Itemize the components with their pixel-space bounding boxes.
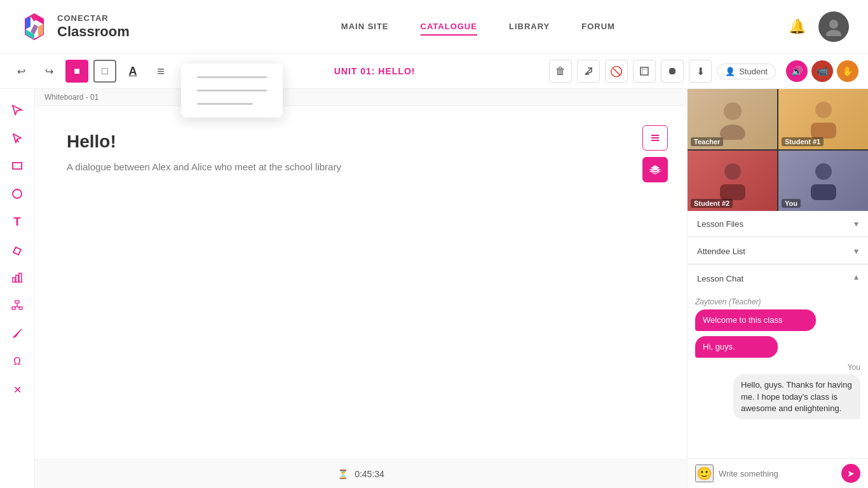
slide-subtitle: A dialogue between Alex and Alice who me… — [67, 161, 655, 172]
teacher-label: Teacher — [691, 137, 723, 146]
svg-point-30 — [720, 125, 745, 140]
align-line-3[interactable] — [197, 103, 253, 105]
panel-sections: Lesson Files ▾ Attendee List ▾ Lesson Ch… — [688, 211, 868, 488]
svg-rect-15 — [16, 275, 18, 282]
chat-you-label: You — [848, 363, 860, 372]
media-buttons: 🔊 📹 ✋ — [786, 60, 858, 82]
timer-value: 0:45:34 — [355, 469, 384, 479]
slide-icons — [642, 125, 668, 182]
chat-bubble-you: Hello, guys. Thanks for having me. I hop… — [733, 374, 860, 419]
text-color-button[interactable]: A — [121, 60, 144, 83]
nav-right: 🔔 — [789, 11, 849, 42]
attendee-list-header[interactable]: Attendee List ▾ — [688, 238, 868, 264]
undo-button[interactable]: ↩ — [10, 60, 32, 83]
you-label: You — [782, 199, 801, 208]
student1-label: Student #1 — [782, 137, 824, 146]
video-student1[interactable]: Student #1 — [778, 89, 868, 149]
logo-area: CONECTAR Classroom — [19, 11, 130, 42]
whiteboard[interactable]: Hello! A dialogue between Alex and Alice… — [35, 106, 687, 459]
video-you[interactable]: You — [778, 151, 868, 211]
svg-point-33 — [724, 163, 741, 180]
text-tool[interactable]: T — [6, 210, 29, 233]
cursor-tool[interactable] — [6, 126, 29, 149]
crop-icon — [639, 65, 650, 77]
lesson-chat-chevron: ▾ — [854, 273, 858, 283]
eraser-tool[interactable] — [6, 238, 29, 261]
video-teacher[interactable]: Teacher — [688, 89, 777, 149]
download-button[interactable]: ⬇ — [689, 60, 712, 83]
brand-name2: Classroom — [57, 24, 130, 40]
pen-tool[interactable] — [6, 322, 29, 345]
chat-sender-name: Zaytoven (Teacher) — [695, 297, 860, 306]
timer-icon: ⏳ — [337, 469, 348, 479]
svg-marker-10 — [13, 134, 21, 142]
org-chart-tool[interactable] — [6, 294, 29, 317]
svg-marker-28 — [651, 172, 660, 174]
arrow-tool[interactable] — [6, 98, 29, 121]
svg-rect-12 — [13, 163, 22, 169]
video-button[interactable]: 📹 — [811, 60, 833, 82]
record-button[interactable]: ⏺ — [661, 60, 684, 83]
lesson-files-chevron: ▾ — [854, 219, 858, 229]
redo-button[interactable]: ↪ — [37, 60, 60, 83]
lesson-chat-header[interactable]: Lesson Chat ▾ — [688, 266, 868, 291]
svg-rect-14 — [13, 278, 15, 282]
slide-title: Hello! — [67, 132, 655, 152]
user-avatar[interactable] — [818, 11, 849, 42]
delete-button[interactable]: 🗑 — [549, 60, 572, 83]
video-student2[interactable]: Student #2 — [688, 151, 777, 211]
slide-content: Hello! A dialogue between Alex and Alice… — [35, 106, 687, 198]
attendee-list-title: Attendee List — [697, 247, 745, 256]
svg-rect-36 — [811, 184, 836, 200]
student-label: Student — [739, 67, 768, 76]
svg-rect-34 — [720, 184, 745, 200]
lesson-files-header[interactable]: Lesson Files ▾ — [688, 211, 868, 236]
svg-line-11 — [17, 139, 18, 142]
slide-layers-icon[interactable] — [642, 157, 668, 182]
rectangle-tool[interactable] — [6, 154, 29, 177]
svg-point-2 — [826, 30, 841, 36]
student2-label: Student #2 — [691, 199, 733, 208]
align-line-1[interactable] — [197, 76, 267, 78]
square-outline-button[interactable]: □ — [93, 60, 116, 83]
align-button[interactable]: ≡ — [149, 60, 172, 83]
nav-forum[interactable]: FORUM — [581, 18, 615, 36]
main-area: T Ω ✕ — [0, 89, 868, 488]
svg-point-35 — [815, 163, 832, 180]
chat-you-container: You Hello, guys. Thanks for having me. I… — [695, 363, 860, 424]
whiteboard-container: Whiteboard - 01 Hello! A dialogue betwee… — [35, 89, 687, 488]
hand-raise-button[interactable]: ✋ — [837, 60, 858, 82]
bar-chart-tool[interactable] — [6, 266, 29, 289]
nav-library[interactable]: LIBRARY — [509, 18, 550, 36]
emoji-button[interactable]: 🙂 — [695, 464, 714, 482]
svg-rect-17 — [15, 301, 19, 303]
lesson-files-section: Lesson Files ▾ — [688, 211, 868, 237]
chat-input[interactable] — [719, 469, 836, 478]
slide-list-icon[interactable] — [642, 125, 668, 151]
send-button[interactable]: ➤ — [841, 464, 860, 483]
image-crop-button[interactable] — [633, 60, 656, 83]
circle-tool[interactable] — [6, 182, 29, 205]
symbol-tool[interactable]: Ω — [6, 350, 29, 373]
export-button[interactable] — [577, 60, 600, 83]
close-tool[interactable]: ✕ — [6, 378, 29, 401]
square-filled-button[interactable]: ■ — [65, 60, 88, 83]
brand-name: CONECTAR — [57, 13, 130, 24]
svg-point-1 — [829, 20, 838, 29]
attendee-chevron: ▾ — [854, 246, 858, 256]
forbidden-button[interactable]: 🚫 — [605, 60, 628, 83]
nav-main-site[interactable]: MAIN SITE — [341, 18, 389, 36]
align-line-2[interactable] — [197, 90, 267, 92]
audio-button[interactable]: 🔊 — [786, 60, 808, 82]
chat-bubble-1: Welcome to this class — [695, 309, 816, 331]
lesson-chat: Zaytoven (Teacher) Welcome to this class… — [688, 291, 868, 488]
attendee-list-section: Attendee List ▾ — [688, 238, 868, 264]
nav-catalogue[interactable]: CATALOGUE — [421, 18, 477, 36]
text-align-dropdown — [181, 64, 283, 118]
chat-messages: Zaytoven (Teacher) Welcome to this class… — [688, 291, 868, 458]
nav-links: MAIN SITE CATALOGUE LIBRARY FORUM — [168, 18, 789, 36]
notifications-bell[interactable]: 🔔 — [789, 18, 806, 35]
brand-text: CONECTAR Classroom — [57, 13, 130, 40]
whiteboard-tab-label: Whiteboard - 01 — [44, 93, 98, 102]
lesson-chat-title: Lesson Chat — [697, 274, 743, 283]
